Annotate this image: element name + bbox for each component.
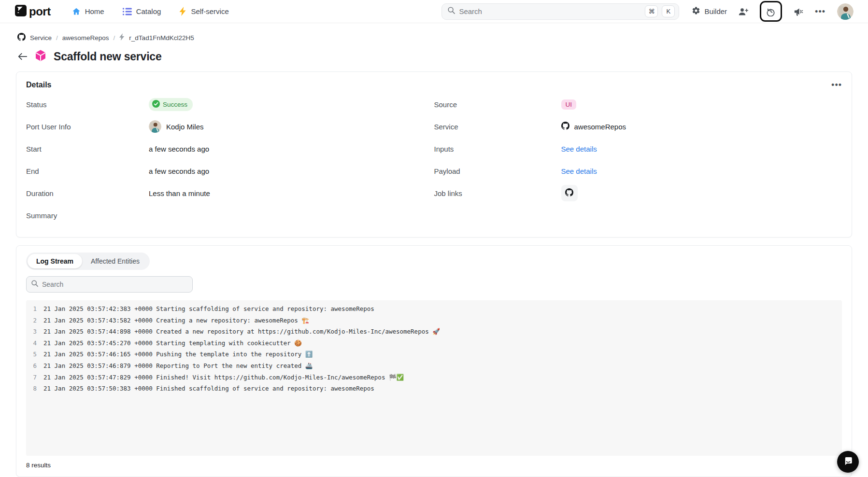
- breadcrumb-separator: /: [114, 34, 115, 42]
- detail-value: See details: [561, 145, 597, 153]
- catalog-icon: [123, 8, 132, 15]
- job-link-github-button[interactable]: [561, 185, 578, 201]
- detail-value: a few seconds ago: [149, 145, 209, 153]
- log-line-number: 1: [26, 305, 43, 312]
- nav-item-catalog[interactable]: Catalog: [123, 7, 161, 15]
- builder-label: Builder: [704, 7, 727, 15]
- tab-affected-entities[interactable]: Affected Entities: [82, 254, 148, 268]
- detail-row: DurationLess than a minute: [26, 182, 434, 204]
- log-line: 221 Jan 2025 03:57:43:582 +0000 Creating…: [26, 317, 842, 328]
- results-count: 8 results: [26, 462, 842, 469]
- detail-label: Status: [26, 100, 149, 109]
- github-icon: [561, 122, 569, 131]
- user-row-avatar: [149, 120, 161, 133]
- user-avatar[interactable]: [837, 3, 854, 20]
- log-line-text: 21 Jan 2025 03:57:50:383 +0000 Finished …: [43, 385, 374, 392]
- run-lightning-icon: [119, 33, 125, 42]
- detail-row: ServiceawesomeRepos: [434, 115, 842, 138]
- log-line: 821 Jan 2025 03:57:50:383 +0000 Finished…: [26, 385, 842, 396]
- detail-value: Kodjo Miles: [149, 120, 204, 133]
- log-line-number: 5: [26, 351, 43, 358]
- log-line-number: 8: [26, 385, 43, 392]
- detail-row: Job links: [434, 182, 842, 204]
- builder-button[interactable]: Builder: [692, 6, 727, 16]
- detail-label: Payload: [434, 167, 561, 175]
- detail-row: InputsSee details: [434, 138, 842, 160]
- log-line: 321 Jan 2025 03:57:44:898 +0000 Created …: [26, 328, 842, 339]
- detail-label: Service: [434, 123, 561, 131]
- detail-row: SourceUI: [434, 93, 842, 115]
- detail-row: Enda few seconds ago: [26, 160, 434, 182]
- breadcrumb-run-id: r_dTad1FnMdKcl22H5: [129, 34, 194, 42]
- nav-item-self-service[interactable]: Self-service: [179, 7, 228, 16]
- back-arrow-icon[interactable]: [17, 52, 28, 61]
- breadcrumb-service[interactable]: Service: [30, 34, 52, 42]
- navbar-actions: Builder •••: [692, 1, 854, 22]
- nav-item-label: Catalog: [136, 7, 161, 15]
- chat-widget-button[interactable]: [837, 451, 859, 473]
- detail-value: Success: [149, 98, 193, 111]
- details-menu-button[interactable]: •••: [831, 83, 842, 87]
- detail-row: StatusSuccess: [26, 93, 434, 115]
- invite-user-button[interactable]: [739, 7, 748, 16]
- detail-label: Inputs: [434, 145, 561, 153]
- log-line: 721 Jan 2025 03:57:47:829 +0000 Finished…: [26, 374, 842, 385]
- detail-label: End: [26, 167, 149, 175]
- runs-history-button[interactable]: [766, 7, 776, 16]
- github-icon: [17, 33, 26, 42]
- details-right-column: SourceUIServiceawesomeReposInputsSee det…: [434, 93, 842, 226]
- nav-item-label: Self-service: [191, 7, 228, 15]
- github-icon: [565, 188, 573, 198]
- see-details-link[interactable]: See details: [561, 167, 597, 175]
- log-line-text: 21 Jan 2025 03:57:45:270 +0000 Starting …: [43, 339, 302, 347]
- more-options-button[interactable]: •••: [815, 9, 825, 14]
- log-card: Log Stream Affected Entities 121 Jan 202…: [16, 245, 852, 477]
- global-search-input[interactable]: [459, 7, 641, 15]
- detail-value: a few seconds ago: [149, 167, 209, 175]
- details-left-column: StatusSuccessPort User InfoKodjo MilesSt…: [26, 93, 434, 226]
- details-card: Details ••• StatusSuccessPort User InfoK…: [16, 71, 852, 238]
- tab-log-stream[interactable]: Log Stream: [28, 254, 82, 268]
- log-line: 621 Jan 2025 03:57:46:879 +0000 Reportin…: [26, 362, 842, 374]
- log-stream-panel[interactable]: 121 Jan 2025 03:57:42:383 +0000 Starting…: [26, 300, 842, 456]
- detail-label: Source: [434, 100, 561, 109]
- k-key-badge: K: [662, 5, 675, 17]
- search-icon: [31, 280, 38, 289]
- chat-bubble-icon: [843, 456, 854, 468]
- nav-item-home[interactable]: Home: [72, 7, 104, 15]
- detail-label: Port User Info: [26, 123, 149, 131]
- page-header: Scaffold new service: [0, 42, 868, 64]
- check-circle-icon: [152, 100, 160, 109]
- see-details-link[interactable]: See details: [561, 145, 597, 153]
- log-search-input[interactable]: [42, 281, 187, 288]
- log-line-number: 7: [26, 374, 43, 381]
- log-line-text: 21 Jan 2025 03:57:43:582 +0000 Creating …: [43, 317, 309, 324]
- log-line-number: 2: [26, 317, 43, 324]
- log-line-text: 21 Jan 2025 03:57:46:879 +0000 Reporting…: [43, 362, 313, 369]
- detail-row: Starta few seconds ago: [26, 138, 434, 160]
- detail-label: Start: [26, 145, 149, 153]
- announcements-icon[interactable]: [794, 7, 803, 16]
- details-heading: Details: [26, 81, 51, 89]
- status-badge: Success: [149, 98, 193, 111]
- detail-row: Port User InfoKodjo Miles: [26, 115, 434, 138]
- detail-value: See details: [561, 167, 597, 175]
- log-line: 121 Jan 2025 03:57:42:383 +0000 Starting…: [26, 305, 842, 317]
- port-logo-icon: [14, 4, 27, 19]
- log-line: 421 Jan 2025 03:57:45:270 +0000 Starting…: [26, 339, 842, 351]
- gear-icon: [692, 6, 700, 16]
- home-icon: [72, 7, 81, 15]
- action-cube-icon: [34, 49, 47, 64]
- log-line-text: 21 Jan 2025 03:57:46:165 +0000 Pushing t…: [43, 351, 313, 358]
- detail-label: Job links: [434, 189, 561, 197]
- breadcrumb-separator: /: [56, 34, 58, 42]
- port-logo-text: port: [29, 5, 51, 18]
- log-line-text: 21 Jan 2025 03:57:47:829 +0000 Finished!…: [43, 374, 404, 381]
- log-search: [26, 276, 193, 293]
- log-tabs: Log Stream Affected Entities: [26, 253, 150, 270]
- breadcrumb-awesomerepos[interactable]: awesomeRepos: [62, 34, 109, 42]
- port-logo[interactable]: port: [14, 4, 51, 19]
- global-search: ⌘ K: [441, 3, 679, 20]
- detail-label: Duration: [26, 189, 149, 197]
- log-line: 521 Jan 2025 03:57:46:165 +0000 Pushing …: [26, 351, 842, 362]
